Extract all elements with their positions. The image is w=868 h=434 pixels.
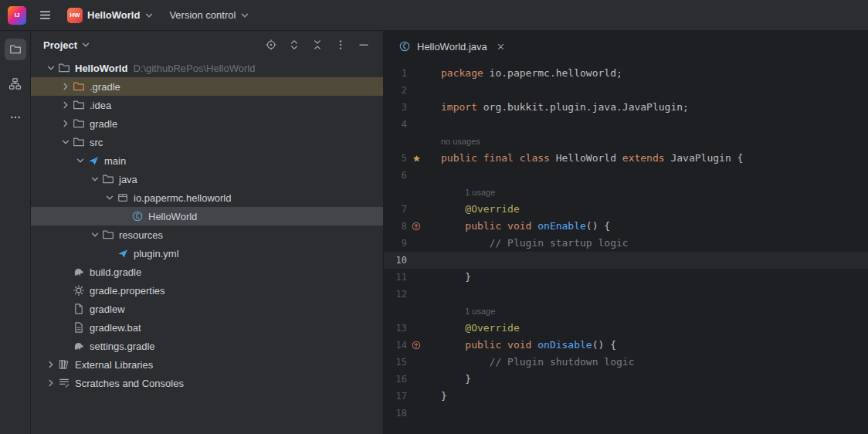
code-line-10: 10 bbox=[384, 252, 868, 269]
project-panel-header: Project bbox=[31, 31, 383, 59]
code-token: import bbox=[441, 101, 477, 113]
tab-helloworld-java[interactable]: C HelloWorld.java bbox=[390, 31, 514, 62]
editor-gutter[interactable]: 11 bbox=[384, 269, 441, 286]
tree-item-gradlew[interactable]: gradlew bbox=[31, 300, 383, 318]
usage-hint[interactable]: 1 usage bbox=[441, 184, 495, 201]
editor-gutter[interactable] bbox=[384, 303, 441, 320]
editor-gutter[interactable]: 3 bbox=[384, 99, 441, 116]
chevron-right-icon[interactable] bbox=[44, 378, 57, 388]
project-widget[interactable]: HW HelloWorld bbox=[61, 4, 160, 27]
gutter-spacer bbox=[407, 354, 426, 371]
main-area: Project HelloWorldD:\githubRePos\HelloWo… bbox=[0, 31, 868, 434]
chevron-down-icon[interactable] bbox=[59, 137, 72, 147]
chevron-right-icon[interactable] bbox=[59, 82, 72, 91]
class-icon: C bbox=[131, 210, 144, 222]
gutter-spacer bbox=[407, 82, 426, 99]
editor-gutter[interactable] bbox=[384, 133, 441, 150]
tree-item-gradle[interactable]: .gradle bbox=[31, 77, 383, 96]
editor-gutter[interactable]: 4 bbox=[384, 116, 441, 133]
main-menu-button[interactable] bbox=[32, 5, 58, 25]
editor-gutter[interactable]: 1 bbox=[384, 65, 441, 82]
editor-gutter[interactable]: 2 bbox=[384, 82, 441, 99]
editor-gutter[interactable]: 7 bbox=[384, 201, 441, 218]
tree-item-idea[interactable]: .idea bbox=[31, 96, 383, 114]
editor-gutter[interactable]: 9 bbox=[384, 235, 441, 252]
override-marker-icon[interactable] bbox=[407, 218, 426, 235]
editor-gutter[interactable]: 5 bbox=[384, 150, 441, 167]
editor-gutter[interactable]: 12 bbox=[384, 286, 441, 303]
editor-gutter[interactable]: 14 bbox=[384, 337, 441, 354]
code-token: () { bbox=[586, 220, 610, 232]
editor-gutter[interactable]: 17 bbox=[384, 388, 441, 405]
vcs-widget[interactable]: Version control bbox=[163, 5, 256, 25]
code-token: package bbox=[441, 67, 483, 79]
line-number: 2 bbox=[384, 82, 407, 99]
expand-all-button[interactable] bbox=[286, 36, 303, 53]
chevron-right-icon[interactable] bbox=[59, 119, 72, 128]
tree-item-io-papermc-helloworld[interactable]: io.papermc.helloworld bbox=[31, 188, 383, 207]
editor-gutter[interactable]: 10 bbox=[384, 252, 441, 269]
folder-icon bbox=[101, 173, 115, 185]
tree-item-java[interactable]: java bbox=[31, 170, 383, 188]
editor-gutter[interactable]: 8 bbox=[384, 218, 441, 235]
tree-item-plugin-yml[interactable]: plugin.yml bbox=[31, 244, 383, 263]
more-tool-windows-button[interactable] bbox=[5, 107, 26, 128]
code-line-13: 13 @Override bbox=[384, 320, 868, 337]
project-view-selector[interactable]: Project bbox=[43, 39, 90, 51]
svg-text:C: C bbox=[403, 43, 407, 50]
editor-gutter[interactable]: 18 bbox=[384, 405, 441, 422]
hide-button[interactable] bbox=[355, 36, 372, 53]
folder-icon bbox=[9, 43, 22, 56]
folder-icon bbox=[72, 136, 86, 148]
code-editor[interactable]: 1package io.papermc.helloworld;23import … bbox=[384, 62, 868, 434]
override-marker-icon[interactable] bbox=[407, 337, 426, 354]
tree-item-settings-gradle[interactable]: settings.gradle bbox=[31, 337, 383, 355]
gutter-spacer bbox=[407, 133, 426, 150]
tree-item-main[interactable]: main bbox=[31, 151, 383, 170]
editor-gutter[interactable]: 13 bbox=[384, 320, 441, 337]
chevron-right-icon[interactable] bbox=[44, 360, 57, 369]
editor-gutter[interactable] bbox=[384, 184, 441, 201]
class-marker-icon[interactable] bbox=[407, 150, 426, 167]
tree-item-helloworld[interactable]: CHelloWorld bbox=[31, 207, 383, 225]
vcs-label: Version control bbox=[169, 9, 236, 21]
code-line-5: 5public final class HelloWorld extends J… bbox=[384, 150, 868, 167]
tree-item-gradle[interactable]: gradle bbox=[31, 114, 383, 133]
chevron-right-icon[interactable] bbox=[59, 100, 72, 110]
chevron-down-icon[interactable] bbox=[44, 63, 57, 73]
close-icon[interactable] bbox=[496, 42, 506, 52]
tree-item-scratches-and-consoles[interactable]: Scratches and Consoles bbox=[31, 374, 383, 392]
code-token bbox=[441, 356, 490, 368]
chevron-down-icon[interactable] bbox=[73, 156, 86, 165]
tree-item-gradle-properties[interactable]: gradle.properties bbox=[31, 281, 383, 300]
code-token: public void bbox=[465, 220, 531, 232]
collapse-all-button[interactable] bbox=[309, 36, 326, 53]
usage-hint[interactable]: no usages bbox=[441, 133, 480, 150]
editor-gutter[interactable]: 15 bbox=[384, 354, 441, 371]
chevron-down-icon[interactable] bbox=[88, 230, 101, 239]
tree-item-label: .gradle bbox=[90, 81, 120, 93]
editor-gutter[interactable]: 6 bbox=[384, 167, 441, 184]
project-tool-window-button[interactable] bbox=[5, 39, 26, 60]
tree-item-gradlew-bat[interactable]: gradlew.bat bbox=[31, 318, 383, 337]
tree-item-resources[interactable]: resources bbox=[31, 225, 383, 244]
tree-item-label: build.gradle bbox=[90, 266, 141, 278]
chevron-down-icon[interactable] bbox=[103, 193, 116, 202]
hamburger-menu-icon bbox=[39, 8, 52, 22]
tree-item-build-gradle[interactable]: build.gradle bbox=[31, 263, 383, 281]
select-opened-file-button[interactable] bbox=[263, 36, 280, 53]
usage-hint[interactable]: 1 usage bbox=[441, 303, 495, 320]
code-line-8: 8 public void onEnable() { bbox=[384, 218, 868, 235]
tree-item-external-libraries[interactable]: External Libraries bbox=[31, 355, 383, 374]
intellij-window: IJ HW HelloWorld Version control Project… bbox=[0, 0, 868, 434]
chevron-down-icon[interactable] bbox=[88, 175, 101, 184]
structure-tool-window-button[interactable] bbox=[5, 73, 26, 94]
minimize-icon bbox=[358, 39, 370, 51]
inlay-hint: 1 usage bbox=[441, 184, 495, 201]
tree-item-helloworld[interactable]: HelloWorldD:\githubRePos\HelloWorld bbox=[31, 59, 383, 77]
options-button[interactable] bbox=[332, 36, 349, 53]
tree-item-src[interactable]: src bbox=[31, 133, 383, 151]
editor-gutter[interactable]: 16 bbox=[384, 371, 441, 388]
code-token: JavaPlugin { bbox=[665, 152, 744, 164]
line-number: 14 bbox=[384, 337, 407, 354]
